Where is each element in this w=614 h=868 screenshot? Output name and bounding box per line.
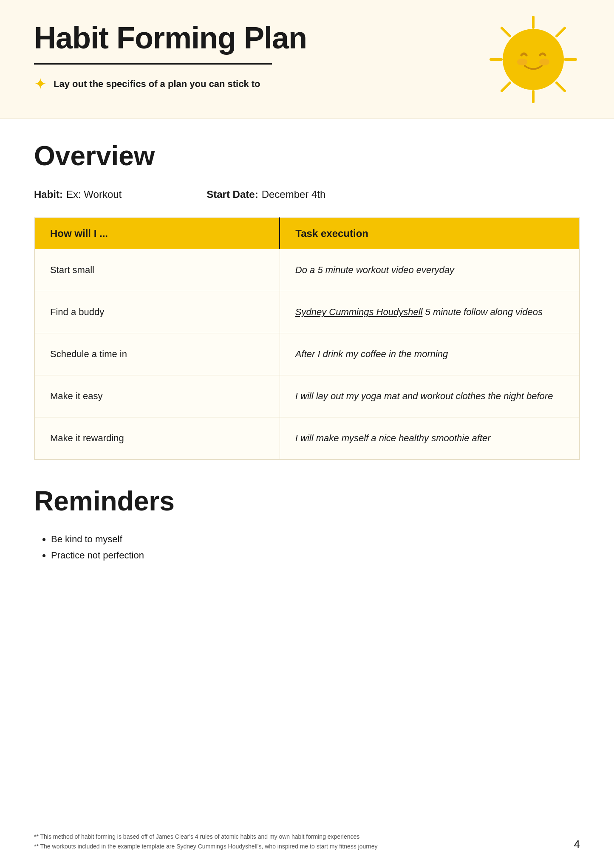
row3-how: Schedule a time in <box>34 333 280 375</box>
page-footer: ** This method of habit forming is based… <box>34 832 580 851</box>
page-title: Habit Forming Plan <box>34 21 353 55</box>
table-row: Make it rewarding I will make myself a n… <box>34 417 580 460</box>
table-row: Schedule a time in After I drink my coff… <box>34 333 580 375</box>
svg-point-8 <box>503 29 564 90</box>
table-row: Start small Do a 5 minute workout video … <box>34 249 580 291</box>
table-row: Find a buddy Sydney Cummings Houdyshell … <box>34 291 580 333</box>
row3-task: After I drink my coffee in the morning <box>280 333 580 375</box>
row4-how: Make it easy <box>34 375 280 417</box>
habit-value: Ex: Workout <box>66 189 122 200</box>
svg-line-6 <box>557 28 565 36</box>
row4-task: I will lay out my yoga mat and workout c… <box>280 375 580 417</box>
svg-point-10 <box>539 59 549 65</box>
row2-task: Sydney Cummings Houdyshell 5 minute foll… <box>280 291 580 333</box>
row5-how: Make it rewarding <box>34 417 280 460</box>
header-banner: Habit Forming Plan ✦ Lay out the specifi… <box>0 0 614 119</box>
row5-task: I will make myself a nice healthy smooth… <box>280 417 580 460</box>
sun-illustration <box>487 13 580 106</box>
overview-meta: Habit: Ex: Workout Start Date: December … <box>34 189 580 200</box>
header-divider <box>34 63 272 65</box>
table-header: How will I ... Task execution <box>34 218 580 249</box>
reminders-section: Reminders Be kind to myself Practice not… <box>34 485 580 561</box>
habit-label: Habit: <box>34 189 63 200</box>
footer-note1: ** This method of habit forming is based… <box>34 832 378 841</box>
footer-notes: ** This method of habit forming is based… <box>34 832 378 851</box>
svg-line-7 <box>502 83 510 91</box>
svg-line-4 <box>502 28 510 36</box>
page-number: 4 <box>574 838 580 851</box>
list-item: Practice not perfection <box>51 550 580 561</box>
header-subtitle: Lay out the specifics of a plan you can … <box>54 79 260 90</box>
footer-note2: ** The workouts included in the example … <box>34 842 378 851</box>
list-item: Be kind to myself <box>51 534 580 545</box>
buddy-link: Sydney Cummings Houdyshell <box>295 307 423 317</box>
habit-meta: Habit: Ex: Workout <box>34 189 122 200</box>
reminders-title: Reminders <box>34 485 580 517</box>
col1-header: How will I ... <box>34 218 280 249</box>
row1-task: Do a 5 minute workout video everyday <box>280 249 580 291</box>
table-body: Start small Do a 5 minute workout video … <box>34 249 580 460</box>
start-date-value: December 4th <box>262 189 326 200</box>
svg-point-9 <box>517 59 527 65</box>
main-content: Overview Habit: Ex: Workout Start Date: … <box>0 119 614 587</box>
habit-table: How will I ... Task execution Start smal… <box>34 217 580 460</box>
table-row: Make it easy I will lay out my yoga mat … <box>34 375 580 417</box>
start-date-meta: Start Date: December 4th <box>207 189 325 200</box>
row2-how: Find a buddy <box>34 291 280 333</box>
svg-line-5 <box>557 83 565 91</box>
star-icon: ✦ <box>34 76 47 92</box>
col2-header: Task execution <box>280 218 580 249</box>
start-date-label: Start Date: <box>207 189 258 200</box>
row1-how: Start small <box>34 249 280 291</box>
overview-title: Overview <box>34 140 580 172</box>
page: Habit Forming Plan ✦ Lay out the specifi… <box>0 0 614 868</box>
reminders-list: Be kind to myself Practice not perfectio… <box>34 534 580 561</box>
